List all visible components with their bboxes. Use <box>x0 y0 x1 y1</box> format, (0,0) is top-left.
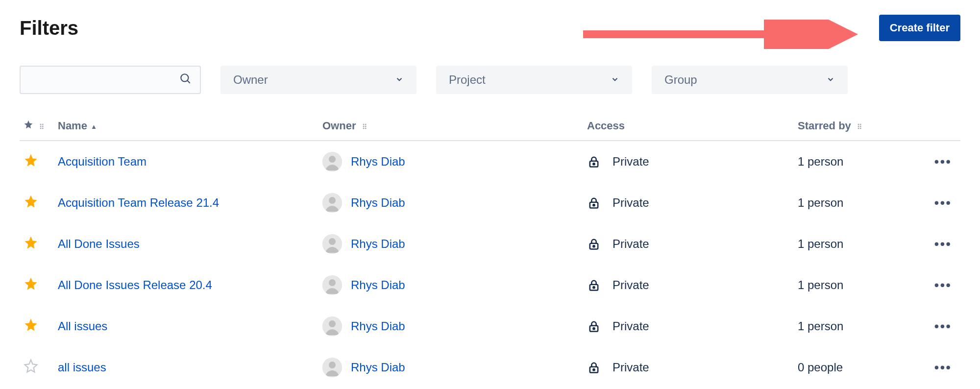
avatar <box>322 234 342 254</box>
lock-icon <box>587 196 601 210</box>
search-input[interactable] <box>28 74 179 86</box>
chevron-down-icon <box>611 73 619 87</box>
svg-point-6 <box>593 163 594 165</box>
lock-icon <box>587 237 601 251</box>
avatar <box>322 275 342 295</box>
search-icon <box>179 73 192 87</box>
filter-name-link[interactable]: All Done Issues Release 20.4 <box>58 278 212 292</box>
header-label: Starred by <box>798 120 851 132</box>
column-header-starred-by[interactable]: Starred by ⠿ <box>794 114 921 141</box>
column-header-actions <box>921 114 960 141</box>
sort-indicator: ⠿ <box>857 123 861 131</box>
column-header-star[interactable]: ⠿ <box>20 114 54 141</box>
lock-icon <box>587 361 601 374</box>
svg-point-10 <box>593 204 594 206</box>
starred-by-count: 1 person <box>798 319 843 333</box>
dropdown-label: Project <box>449 73 486 87</box>
starred-by-count: 1 person <box>798 155 843 168</box>
filter-name-link[interactable]: All issues <box>58 319 107 333</box>
svg-point-12 <box>329 238 336 245</box>
table-row: All Done IssuesRhys DiabPrivate1 person•… <box>20 223 960 265</box>
starred-by-count: 1 person <box>798 237 843 250</box>
sort-indicator: ⠿ <box>39 123 43 131</box>
owner-link[interactable]: Rhys Diab <box>351 196 405 210</box>
svg-point-22 <box>593 328 594 329</box>
filter-name-link[interactable]: Acquisition Team Release 21.4 <box>58 196 219 209</box>
table-row: All Done Issues Release 20.4Rhys DiabPri… <box>20 265 960 306</box>
star-toggle[interactable] <box>24 153 38 170</box>
avatar <box>322 152 342 171</box>
table-row: All issuesRhys DiabPrivate1 person••• <box>20 306 960 347</box>
avatar <box>322 316 342 336</box>
owner-link[interactable]: Rhys Diab <box>351 237 405 251</box>
create-filter-button[interactable]: Create filter <box>879 15 960 41</box>
more-actions-button[interactable]: ••• <box>934 277 956 292</box>
starred-by-count: 1 person <box>798 278 843 292</box>
search-box[interactable] <box>20 66 201 94</box>
owner-link[interactable]: Rhys Diab <box>351 319 405 333</box>
svg-point-20 <box>329 320 336 327</box>
sort-indicator: ⠿ <box>362 123 366 131</box>
avatar <box>322 358 342 377</box>
more-actions-button[interactable]: ••• <box>934 236 956 251</box>
column-header-name[interactable]: Name ▴ <box>54 114 318 141</box>
header-label: Access <box>587 120 625 132</box>
table-row: Acquisition Team Release 21.4Rhys DiabPr… <box>20 182 960 223</box>
filter-name-link[interactable]: Acquisition Team <box>58 155 147 168</box>
svg-point-24 <box>329 362 336 368</box>
filter-name-link[interactable]: all issues <box>58 361 106 374</box>
access-label: Private <box>612 361 649 374</box>
page-title: Filters <box>20 17 78 39</box>
svg-point-8 <box>329 197 336 204</box>
svg-point-1 <box>181 74 188 81</box>
svg-point-16 <box>329 279 336 286</box>
project-filter-dropdown[interactable]: Project <box>436 66 632 94</box>
owner-link[interactable]: Rhys Diab <box>351 361 405 374</box>
dropdown-label: Group <box>664 73 697 87</box>
avatar <box>322 193 342 213</box>
table-row: all issuesRhys DiabPrivate0 people••• <box>20 347 960 388</box>
sort-asc-icon: ▴ <box>92 122 96 130</box>
owner-link[interactable]: Rhys Diab <box>351 155 405 169</box>
starred-by-count: 0 people <box>798 361 843 374</box>
column-header-owner[interactable]: Owner ⠿ <box>318 114 583 141</box>
column-header-access: Access <box>583 114 794 141</box>
table-row: Acquisition TeamRhys DiabPrivate1 person… <box>20 141 960 182</box>
more-actions-button[interactable]: ••• <box>934 318 956 334</box>
chevron-down-icon <box>826 73 835 87</box>
access-label: Private <box>612 237 649 251</box>
star-toggle[interactable] <box>24 235 38 253</box>
lock-icon <box>587 155 601 169</box>
annotation-arrow <box>583 20 862 49</box>
svg-point-26 <box>593 369 594 370</box>
svg-line-2 <box>187 80 190 83</box>
svg-point-14 <box>593 245 594 247</box>
access-label: Private <box>612 155 649 169</box>
filters-table: ⠿ Name ▴ Owner ⠿ Access Starred by ⠿ Acq… <box>20 114 960 388</box>
more-actions-button[interactable]: ••• <box>934 154 956 169</box>
group-filter-dropdown[interactable]: Group <box>652 66 848 94</box>
owner-link[interactable]: Rhys Diab <box>351 278 405 292</box>
svg-point-4 <box>329 156 336 163</box>
filter-name-link[interactable]: All Done Issues <box>58 237 140 250</box>
access-label: Private <box>612 319 649 333</box>
filter-bar: Owner Project Group <box>20 66 960 94</box>
star-toggle[interactable] <box>24 359 38 376</box>
more-actions-button[interactable]: ••• <box>934 360 956 375</box>
lock-icon <box>587 278 601 292</box>
header-label: Name <box>58 120 87 132</box>
star-icon <box>24 120 36 132</box>
dropdown-label: Owner <box>233 73 268 87</box>
lock-icon <box>587 319 601 333</box>
access-label: Private <box>612 196 649 210</box>
more-actions-button[interactable]: ••• <box>934 195 956 210</box>
chevron-down-icon <box>395 73 404 87</box>
header-label: Owner <box>322 120 356 132</box>
starred-by-count: 1 person <box>798 196 843 209</box>
star-toggle[interactable] <box>24 194 38 212</box>
owner-filter-dropdown[interactable]: Owner <box>220 66 416 94</box>
star-toggle[interactable] <box>24 276 38 294</box>
svg-point-18 <box>593 287 594 288</box>
star-toggle[interactable] <box>24 317 38 335</box>
access-label: Private <box>612 278 649 292</box>
